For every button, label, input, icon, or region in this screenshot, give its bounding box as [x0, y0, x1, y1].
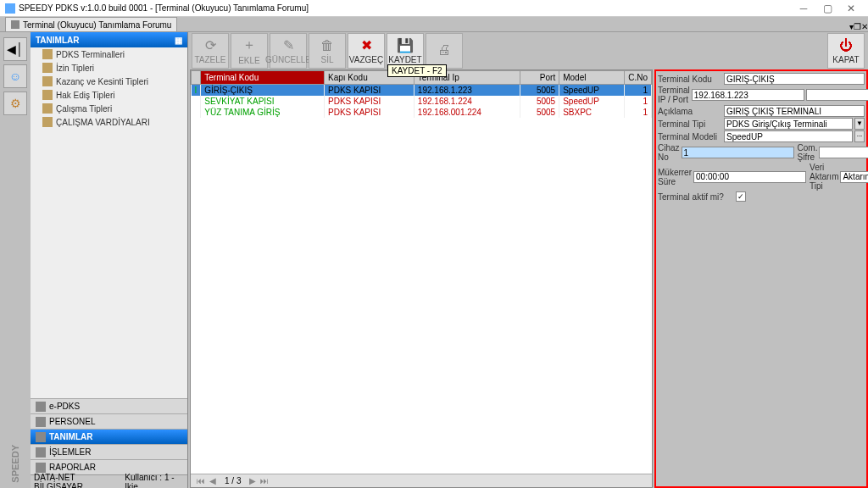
tree-item-kazanc[interactable]: Kazanç ve Kesinti Tipleri	[31, 75, 187, 88]
acc-epdks[interactable]: e-PDKS	[31, 398, 187, 413]
close-button[interactable]: ✕	[839, 1, 863, 16]
detail-panel: Terminal Kodu Terminal IP / Port Açıklam…	[654, 69, 868, 488]
tree-item-vardiya[interactable]: ÇALIŞMA VARDİYALARI	[31, 115, 187, 129]
acc-label: TANIMLAR	[49, 432, 92, 441]
btn-label: TAZELE	[194, 55, 225, 64]
data-grid[interactable]: Terminal Kodu Kapı Kodu Terminal Ip Port…	[191, 70, 652, 474]
inp-ip[interactable]	[692, 89, 804, 101]
tree-label: PDKS Terminalleri	[56, 50, 125, 59]
cell: 1	[625, 85, 652, 97]
form-icon	[11, 20, 19, 29]
col-terminal-kodu[interactable]: Terminal Kodu	[201, 71, 325, 85]
lbl-cihaz: Cihaz No	[658, 143, 680, 162]
nav-first[interactable]: ⏮	[196, 476, 206, 485]
acc-label: e-PDKS	[49, 402, 80, 411]
add-button[interactable]: ＋EKLE	[231, 33, 268, 69]
sidebar-accordion: e-PDKS PERSONEL TANIMLAR İŞLEMLER RAPORL…	[31, 398, 187, 474]
add-icon: ＋	[242, 36, 256, 54]
nav-last[interactable]: ⏭	[259, 476, 270, 485]
refresh-button[interactable]: ⟳TAZELE	[192, 33, 229, 69]
cell: SEVKİYAT KAPISI	[201, 96, 325, 107]
chart-icon	[36, 463, 46, 473]
cell: 192.168.1.223	[414, 85, 520, 97]
tree-item-izin[interactable]: İzin Tipleri	[31, 61, 187, 75]
window-title: SPEEDY PDKS v:1.0.0 build 0001 - [Termin…	[19, 3, 309, 13]
lbl-model: Terminal Modeli	[658, 132, 722, 141]
inp-com[interactable]	[819, 147, 868, 158]
list-icon	[36, 432, 46, 442]
col-port[interactable]: Port	[520, 71, 559, 85]
print-icon: 🖨	[437, 42, 451, 58]
rail-config-button[interactable]: ⚙	[3, 92, 27, 115]
cell: SpeedUP	[559, 85, 625, 97]
cancel-button[interactable]: ✖VAZGEÇ	[348, 33, 385, 69]
nav-next[interactable]: ▶	[248, 476, 258, 485]
titlebar: SPEEDY PDKS v:1.0.0 build 0001 - [Termin…	[0, 0, 868, 17]
print-button[interactable]: 🖨	[426, 33, 463, 69]
inp-aktarim[interactable]	[840, 171, 868, 183]
nav-prev[interactable]: ◀	[208, 476, 218, 485]
cell: SpeedUP	[559, 96, 625, 107]
lbl-mukerrer: Mükerrer Süre	[658, 168, 692, 186]
tree-label: ÇALIŞMA VARDİYALARI	[56, 118, 150, 127]
form-tab[interactable]: Terminal (Okuyucu) Tanımlama Forumu	[5, 17, 177, 31]
cell: 5005	[520, 96, 559, 107]
table-row[interactable]: I GİRİŞ-ÇIKIŞ PDKS KAPISI 192.168.1.223 …	[192, 85, 652, 97]
col-cno[interactable]: C.No	[625, 71, 652, 85]
inp-kodu[interactable]	[724, 73, 865, 85]
acc-islemler[interactable]: İŞLEMLER	[31, 444, 187, 459]
sidebar-menu-icon[interactable]: ▦	[175, 36, 182, 45]
sidebar-header-label: TANIMLAR	[36, 36, 79, 45]
row-indicator: I	[192, 85, 201, 97]
grid-position: 1 / 3	[225, 476, 241, 485]
gear-icon	[36, 402, 46, 412]
update-button[interactable]: ✎GÜNCELLE	[270, 33, 307, 69]
minimize-button[interactable]: ─	[792, 1, 815, 16]
maximize-button[interactable]: ▢	[815, 1, 839, 16]
table-row[interactable]: YÜZ TANIMA GİRİŞ PDKS KAPISI 192.168.001…	[192, 107, 652, 118]
tree-item-calisma[interactable]: Çalışma Tipleri	[31, 102, 187, 115]
rail-collapse-button[interactable]: ◀│	[3, 37, 27, 61]
grid-navigator: ⏮ ◀ 1 / 3 ▶ ⏭	[191, 474, 652, 487]
acc-label: PERSONEL	[49, 417, 95, 426]
inp-cihaz[interactable]	[682, 147, 794, 158]
close-form-button[interactable]: ⏻KAPAT	[827, 33, 865, 69]
folder-icon	[42, 103, 53, 114]
acc-tanimlar[interactable]: TANIMLAR	[31, 429, 187, 444]
inp-aciklama[interactable]	[724, 105, 865, 117]
inp-port[interactable]	[806, 89, 868, 101]
mdi-close-button[interactable]: ✕	[861, 22, 868, 31]
mdi-restore-button[interactable]: ❐	[854, 22, 861, 31]
delete-button[interactable]: 🗑SİL	[309, 33, 346, 69]
edit-icon: ✎	[283, 37, 294, 53]
col-model[interactable]: Model	[559, 71, 625, 85]
tree-item-terminaller[interactable]: PDKS Terminalleri	[31, 47, 187, 61]
inp-model[interactable]	[724, 130, 853, 142]
save-button[interactable]: 💾KAYDET KAYDET - F2	[387, 33, 424, 69]
cell: 1	[625, 107, 652, 118]
status-user-label: Kullanıcı :	[125, 473, 162, 482]
grid-panel: Terminal Kodu Kapı Kodu Terminal Ip Port…	[190, 69, 653, 488]
cell: GİRİŞ-ÇIKIŞ	[201, 85, 325, 97]
inp-mukerrer[interactable]	[693, 171, 806, 183]
tree-label: Kazanç ve Kesinti Tipleri	[56, 77, 148, 86]
rail-users-button[interactable]: ☺	[3, 64, 27, 88]
lbl-com: Com. Şifre	[796, 143, 818, 162]
cell: PDKS KAPISI	[325, 107, 415, 118]
tree-label: Çalışma Tipleri	[56, 104, 112, 114]
table-row[interactable]: SEVKİYAT KAPISI PDKS KAPISI 192.168.1.22…	[192, 96, 652, 107]
cancel-icon: ✖	[361, 37, 372, 53]
btn-label: EKLE	[238, 56, 260, 65]
dropdown-icon[interactable]: ▼	[854, 118, 865, 130]
acc-personel[interactable]: PERSONEL	[31, 413, 187, 429]
folder-icon	[42, 49, 53, 59]
cell: 192.168.001.224	[414, 107, 520, 118]
lbl-aktif: Terminal aktif mi?	[658, 192, 734, 202]
lookup-icon[interactable]: ···	[854, 130, 865, 142]
inp-tip[interactable]	[724, 118, 853, 130]
chk-aktif[interactable]: ✓	[736, 191, 746, 202]
btn-label: VAZGEÇ	[349, 55, 383, 64]
power-icon: ⏻	[839, 38, 853, 53]
tree-item-hakedis[interactable]: Hak Ediş Tipleri	[31, 88, 187, 102]
cell: 5005	[520, 107, 559, 118]
